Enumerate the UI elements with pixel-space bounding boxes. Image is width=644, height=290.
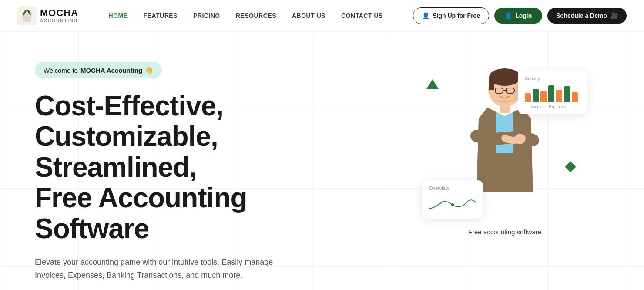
signup-button[interactable]: 👤 Sign Up for Free — [413, 7, 489, 24]
logo-main: MOCHA — [40, 8, 78, 18]
svg-point-8 — [515, 134, 525, 144]
logo-text: MOCHA Accounting — [40, 8, 78, 23]
hero-caption: Free accounting software — [468, 228, 541, 236]
overview-title: Overview — [429, 185, 476, 191]
svg-rect-4 — [489, 77, 494, 90]
login-button[interactable]: 👤 Login — [494, 8, 542, 24]
nav-item-contact[interactable]: CONTACT US — [341, 12, 383, 20]
diamond-shape — [567, 163, 574, 171]
nav-item-pricing[interactable]: PRICING — [193, 12, 220, 20]
bar-chart — [525, 84, 580, 102]
bar-4 — [548, 85, 554, 102]
hero-left: Welcome to MOCHA Accounting 👋 Cost-Effec… — [35, 53, 331, 290]
welcome-badge: Welcome to MOCHA Accounting 👋 — [35, 62, 162, 78]
logo[interactable]: MOCHA Accounting — [17, 6, 78, 25]
activity-card: Activity — Income — Expenses — [518, 71, 587, 114]
bar-7 — [572, 92, 578, 102]
schedule-demo-button[interactable]: Schedule a Demo 🎥 — [547, 8, 627, 24]
bar-1 — [525, 93, 531, 102]
navbar: MOCHA Accounting HOME FEATURES PRICING R… — [0, 0, 644, 31]
nav-item-home[interactable]: HOME — [109, 12, 128, 20]
nav-item-resources[interactable]: RESOURCES — [236, 12, 276, 20]
svg-rect-1 — [27, 14, 27, 18]
hero-right: Activity — Income — Expenses — [400, 53, 609, 236]
video-icon: 🎥 — [610, 12, 618, 19]
svg-point-10 — [451, 203, 454, 206]
bar-3 — [540, 91, 547, 102]
bar-2 — [533, 89, 539, 102]
hero-section: Welcome to MOCHA Accounting 👋 Cost-Effec… — [0, 31, 644, 290]
bar-6 — [564, 86, 570, 102]
hero-image-container: Activity — Income — Expenses — [422, 57, 587, 223]
bar-5 — [556, 90, 562, 102]
login-user-icon: 👤 — [505, 12, 512, 19]
nav-item-features[interactable]: FEATURES — [144, 12, 178, 20]
overview-card: Overview — [422, 180, 483, 219]
overview-chart-svg — [429, 194, 476, 212]
svg-rect-9 — [500, 105, 510, 113]
hero-description: Elevate your accounting game with our in… — [35, 256, 287, 282]
activity-legend: — Income — Expenses — [525, 105, 580, 109]
activity-title: Activity — [525, 76, 580, 81]
nav-links: HOME FEATURES PRICING RESOURCES ABOUT US… — [109, 12, 383, 20]
logo-sub: Accounting — [40, 18, 78, 23]
nav-item-about[interactable]: ABOUT US — [292, 12, 325, 20]
hero-title: Cost-Effective, Customizable, Streamline… — [35, 91, 331, 244]
user-icon: 👤 — [422, 12, 429, 19]
logo-icon — [17, 6, 37, 25]
nav-actions: 👤 Sign Up for Free 👤 Login Schedule a De… — [413, 7, 627, 24]
